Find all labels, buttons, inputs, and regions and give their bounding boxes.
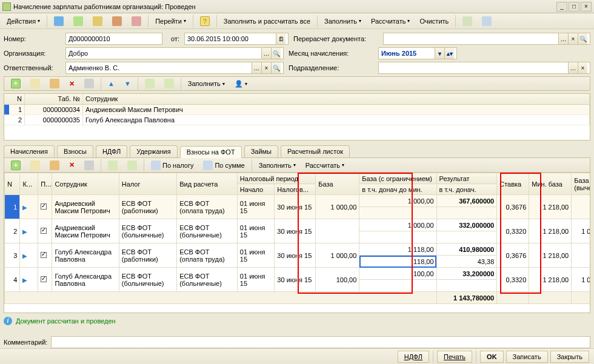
calc-menu[interactable]: Рассчитать▾ bbox=[367, 15, 414, 27]
subdiv-field[interactable]: … × bbox=[378, 62, 590, 74]
col-p[interactable]: П...а... bbox=[38, 173, 52, 195]
resp-field[interactable]: Админенко В. С. … × 🔍 bbox=[65, 62, 284, 74]
minimize-button[interactable]: _ bbox=[556, 2, 567, 12]
tab-contributions[interactable]: Взносы bbox=[57, 145, 93, 157]
tab-deductions[interactable]: Удержания bbox=[130, 145, 177, 157]
recalc-field[interactable]: … × 🔍 bbox=[383, 33, 590, 45]
row-check[interactable] bbox=[38, 268, 52, 292]
tb-icon-5[interactable] bbox=[127, 15, 145, 27]
open-icon[interactable]: 🔍 bbox=[271, 48, 281, 59]
edit-row-icon[interactable] bbox=[45, 159, 64, 171]
col-tax[interactable]: Налог bbox=[119, 173, 176, 195]
fill-menu[interactable]: Заполнить▾ bbox=[320, 15, 365, 27]
by-tax-button[interactable]: По налогу bbox=[147, 159, 198, 171]
comment-field[interactable] bbox=[51, 336, 590, 348]
print-button[interactable]: Печать bbox=[437, 351, 472, 363]
ndfl-button[interactable]: НДФЛ bbox=[398, 351, 429, 363]
tab-charges[interactable]: Начисления bbox=[4, 145, 55, 157]
col-base-limit[interactable]: База (с ограничением) bbox=[359, 173, 436, 184]
clear-icon[interactable]: × bbox=[261, 62, 271, 73]
grid-row[interactable]: 2 ▶ Андриевский Максим Петрович ЕСВ ФОТ … bbox=[5, 219, 591, 231]
contributions-grid[interactable]: N К... П...а... Сотрудник Налог Вид расч… bbox=[4, 173, 590, 313]
maximize-button[interactable]: □ bbox=[569, 2, 579, 12]
select-icon[interactable]: … bbox=[558, 33, 568, 44]
row-check[interactable] bbox=[38, 195, 52, 219]
grid-row[interactable]: 1 ▶ Андриевский Максим Петрович ЕСВ ФОТ … bbox=[5, 195, 591, 207]
spinner-icon[interactable]: ▴▾ bbox=[444, 48, 454, 59]
select-icon[interactable]: … bbox=[252, 62, 261, 73]
copy-row-icon[interactable] bbox=[26, 159, 44, 171]
grid-row[interactable]: 4 ▶ Голуб Александра Павловна ЕСВ ФОТ (б… bbox=[5, 268, 591, 280]
sort-az-icon[interactable] bbox=[141, 78, 159, 90]
table-row[interactable]: 1 0000000034 Андриевский Максим Петрович bbox=[4, 105, 590, 115]
write-button[interactable]: Записать bbox=[506, 351, 548, 363]
col-k[interactable]: К... bbox=[20, 173, 38, 195]
col-emp[interactable]: Сотрудник bbox=[52, 173, 119, 195]
col-donach2[interactable]: в т.ч. донач. bbox=[436, 184, 497, 195]
tab-contributions-fot[interactable]: Взносы на ФОТ bbox=[180, 146, 242, 158]
open-icon[interactable]: 🔍 bbox=[271, 62, 281, 73]
col-period[interactable]: Налоговый период bbox=[237, 173, 315, 184]
tb-icon-7[interactable] bbox=[478, 15, 496, 27]
date-field[interactable]: 30.06.2015 10:00:00 🗓 bbox=[184, 33, 289, 45]
edit-row-icon[interactable] bbox=[45, 78, 64, 90]
down-icon[interactable]: ▼ bbox=[120, 78, 135, 90]
col-tabno[interactable]: Таб. № bbox=[25, 94, 83, 104]
tab-ndfl[interactable]: НДФЛ bbox=[96, 145, 127, 157]
tb-icon-4[interactable] bbox=[108, 15, 126, 27]
calendar-icon[interactable]: 🗓 bbox=[276, 33, 285, 44]
by-sum-button[interactable]: По сумме bbox=[199, 159, 249, 171]
col-base-ded[interactable]: База (вычет) bbox=[572, 173, 590, 195]
employee-table[interactable]: N Таб. № Сотрудник 1 0000000034 Андриевс… bbox=[4, 93, 590, 141]
selected-cell[interactable]: 118,00 bbox=[359, 256, 436, 268]
table-row[interactable]: 2 0000000035 Голуб Александра Павловна bbox=[4, 115, 590, 125]
grid-calc-menu[interactable]: Рассчитать▾ bbox=[301, 159, 349, 171]
open-icon[interactable]: 🔍 bbox=[578, 33, 587, 44]
actions-menu[interactable]: Действия▾ bbox=[2, 15, 44, 27]
delete-row-icon[interactable]: ✕ bbox=[65, 159, 79, 171]
tb-icon-2[interactable] bbox=[69, 15, 87, 27]
sort-az-icon[interactable] bbox=[104, 159, 122, 171]
col-base[interactable]: База bbox=[316, 173, 359, 195]
copy-row-icon[interactable] bbox=[26, 78, 44, 90]
tab-loans[interactable]: Займы bbox=[244, 145, 278, 157]
clear-icon[interactable]: × bbox=[568, 33, 578, 44]
col-n[interactable]: N bbox=[5, 173, 20, 195]
col-start[interactable]: Начало bbox=[237, 184, 275, 195]
ok-button[interactable]: OK bbox=[480, 351, 504, 363]
col-minbase[interactable]: Мин. база bbox=[529, 173, 572, 195]
emp-fill-menu[interactable]: Заполнить▾ bbox=[184, 78, 229, 90]
add-row-icon[interactable]: + bbox=[7, 78, 25, 90]
help-button[interactable]: ? bbox=[196, 15, 214, 27]
col-result[interactable]: Результат bbox=[436, 173, 497, 184]
grid-fill-menu[interactable]: Заполнить▾ bbox=[255, 159, 300, 171]
tb-icon-1[interactable] bbox=[50, 15, 68, 27]
close-button[interactable]: Закрыть bbox=[550, 351, 589, 363]
col-employee[interactable]: Сотрудник bbox=[83, 94, 590, 104]
up-icon[interactable]: ▲ bbox=[104, 78, 119, 90]
col-donach[interactable]: в т.ч. донач до мин. bbox=[359, 184, 436, 195]
tb-icon-6[interactable] bbox=[458, 15, 476, 27]
tb-icon-3[interactable] bbox=[88, 15, 107, 27]
sort-za-icon[interactable] bbox=[123, 159, 141, 171]
delete-row-icon[interactable]: ✕ bbox=[65, 78, 79, 90]
refresh-icon[interactable] bbox=[80, 78, 98, 90]
select-icon[interactable]: … bbox=[261, 48, 271, 59]
person-icon[interactable]: 👤▾ bbox=[230, 78, 252, 90]
month-field[interactable]: Июнь 2015 ▾ ▴▾ bbox=[378, 47, 457, 59]
col-rate[interactable]: Ставка bbox=[497, 173, 529, 195]
goto-menu[interactable]: Перейти▾ bbox=[151, 15, 190, 27]
row-check[interactable] bbox=[38, 219, 52, 243]
clear-icon[interactable]: × bbox=[578, 62, 587, 73]
col-taxov[interactable]: Налогов... bbox=[275, 184, 316, 195]
sort-za-icon[interactable] bbox=[160, 78, 178, 90]
clear-button[interactable]: Очистить bbox=[415, 15, 453, 27]
org-field[interactable]: Добро … 🔍 bbox=[65, 47, 284, 59]
col-calc-type[interactable]: Вид расчета bbox=[177, 173, 238, 195]
select-icon[interactable]: … bbox=[568, 62, 578, 73]
number-field[interactable]: Д0000000010 bbox=[65, 33, 162, 45]
add-row-icon[interactable]: + bbox=[7, 159, 25, 171]
refresh-icon[interactable] bbox=[80, 159, 98, 171]
tab-payroll-sheet[interactable]: Расчетный листок bbox=[281, 145, 350, 157]
dropdown-icon[interactable]: ▾ bbox=[435, 48, 444, 59]
